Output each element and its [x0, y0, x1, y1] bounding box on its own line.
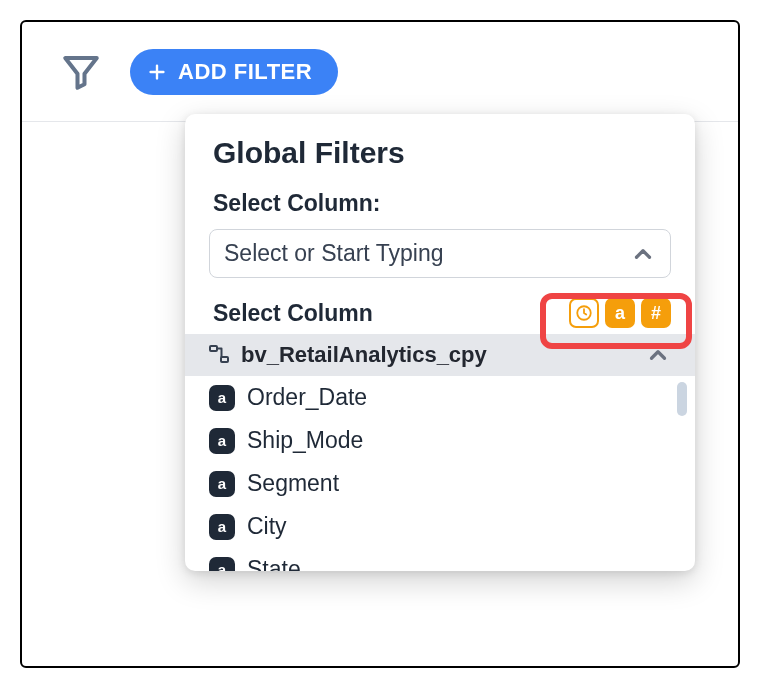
column-option[interactable]: a Segment: [185, 462, 695, 505]
column-type-filters: a #: [569, 298, 671, 328]
column-option-label: Ship_Mode: [247, 427, 363, 454]
column-option[interactable]: a Ship_Mode: [185, 419, 695, 462]
text-badge-icon: a: [209, 471, 235, 497]
column-select-input[interactable]: Select or Start Typing: [209, 229, 671, 278]
chevron-up-icon: [645, 342, 671, 368]
svg-rect-1: [210, 346, 217, 351]
select-column-label: Select Column:: [185, 170, 695, 229]
column-option-label: State: [247, 556, 301, 571]
column-option[interactable]: a State: [185, 548, 695, 571]
add-filter-label: ADD FILTER: [178, 59, 312, 85]
column-option-label: City: [247, 513, 287, 540]
number-type-icon[interactable]: #: [641, 298, 671, 328]
column-option-label: Segment: [247, 470, 339, 497]
scrollbar-thumb[interactable]: [677, 382, 687, 416]
column-list[interactable]: a Order_Date a Ship_Mode a Segment a Cit…: [185, 376, 695, 571]
filter-popover: Global Filters Select Column: Select or …: [185, 114, 695, 571]
text-badge-icon: a: [209, 385, 235, 411]
popover-title: Global Filters: [185, 136, 695, 170]
column-option[interactable]: a Order_Date: [185, 376, 695, 419]
toolbar: ADD FILTER: [22, 22, 738, 122]
column-option[interactable]: a City: [185, 505, 695, 548]
chevron-up-icon: [630, 241, 656, 267]
column-option-label: Order_Date: [247, 384, 367, 411]
text-badge-icon: a: [209, 428, 235, 454]
plus-icon: [146, 61, 168, 83]
svg-rect-2: [221, 357, 228, 362]
text-badge-icon: a: [209, 514, 235, 540]
column-group-name: bv_RetailAnalytics_cpy: [241, 342, 645, 368]
dropdown-header: Select Column a #: [185, 292, 695, 334]
dropdown-header-label: Select Column: [213, 300, 373, 327]
add-filter-button[interactable]: ADD FILTER: [130, 49, 338, 95]
text-badge-icon: a: [209, 557, 235, 572]
app-frame: ADD FILTER Global Filters Select Column:…: [20, 20, 740, 668]
datetime-type-icon[interactable]: [569, 298, 599, 328]
column-select-placeholder: Select or Start Typing: [224, 240, 630, 267]
column-group-row[interactable]: bv_RetailAnalytics_cpy: [185, 334, 695, 376]
filter-icon: [60, 51, 102, 93]
text-type-icon[interactable]: a: [605, 298, 635, 328]
relation-icon: [207, 343, 231, 367]
